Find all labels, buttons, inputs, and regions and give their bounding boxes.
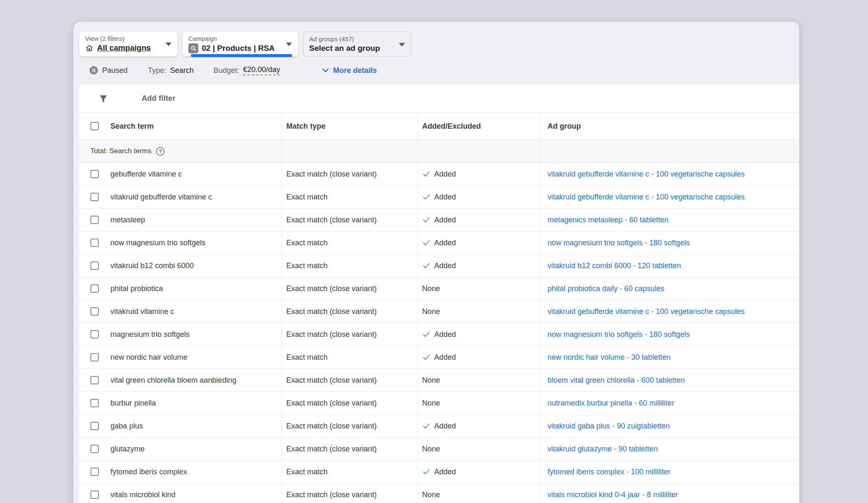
ad-groups-scope-value: Select an ad group [309,44,380,53]
match-type-text: Exact match [286,468,328,476]
ad-group-link[interactable]: now magnesium trio softgels - 180 softge… [548,239,690,247]
match-type-text: Exact match (close variant) [286,376,377,385]
search-term-text: gaba plus [110,422,143,431]
match-type-text: Exact match (close variant) [286,399,377,408]
added-check-icon [422,468,430,476]
chevron-down-icon [399,43,405,47]
ad-group-link[interactable]: fytomed iberis complex - 100 milliliter [548,468,670,476]
added-check-icon [422,353,430,361]
row-checkbox[interactable] [90,193,99,201]
row-checkbox[interactable] [90,399,99,407]
table-row: magnesium trio softgels Exact match (clo… [79,323,799,346]
row-checkbox[interactable] [90,445,99,453]
row-checkbox[interactable] [90,239,99,247]
added-status-text: Added [434,330,456,339]
row-checkbox[interactable] [90,216,99,224]
ad-group-link[interactable]: new nordic hair volume - 30 tabletten [548,353,670,362]
row-checkbox[interactable] [90,353,99,361]
table-row: vitakruid vitamine c Exact match (close … [79,300,799,323]
ad-group-link[interactable]: vitakruid glutazyme - 90 tabletten [548,445,658,453]
table-row: burbur pinella Exact match (close varian… [79,392,799,415]
ad-group-link[interactable]: bloem vital green chlorella - 600 tablet… [548,376,685,385]
table-body: gebufferde vitamine c Exact match (close… [79,163,799,503]
ad-group-link[interactable]: nutramedix burbur pinella - 60 millilite… [548,399,674,408]
ad-group-link[interactable]: phital probiotica daily - 60 capsules [548,284,664,293]
ad-group-link[interactable]: vitakruid b12 combi 6000 - 120 tabletten [548,261,681,270]
added-check-icon [422,193,430,201]
total-label: Total: Search terms [90,147,151,155]
ad-group-link[interactable]: vitakruid gaba plus - 90 zuigtabletten [548,422,670,431]
table-row: new nordic hair volume Exact match Added… [79,346,799,369]
chevron-down-icon [286,42,292,46]
table-row: gebufferde vitamine c Exact match (close… [79,163,799,186]
search-term-text: now magnesium trio softgels [110,239,205,247]
ad-group-link[interactable]: vitals microbiol kind 0-4 jaar - 8 milli… [548,491,678,499]
help-icon[interactable]: ? [156,147,165,156]
row-checkbox[interactable] [90,261,99,270]
ad-group-link[interactable]: vitakruid gebufferde vitamine c - 100 ve… [548,193,745,202]
budget-value[interactable]: €20.00/day [243,65,280,75]
table-row: vitals microbiol kind Exact match (close… [79,483,799,503]
status-badge: Paused [89,66,128,75]
row-checkbox[interactable] [90,307,99,316]
ad-groups-scope-dropdown[interactable]: Ad groups (457) Select an ad group [303,32,411,57]
campaign-scope-dropdown[interactable]: Campaign 02 | Products | RSA [183,32,298,57]
row-checkbox[interactable] [90,170,99,178]
added-status-text: Added [434,239,456,247]
row-checkbox[interactable] [90,468,99,476]
row-checkbox[interactable] [90,422,99,430]
table-row: fytomed iberis complex Exact match Added… [79,461,799,483]
active-tab-indicator [191,54,292,57]
ad-group-link[interactable]: vitakruid gebufferde vitamine c - 100 ve… [548,307,745,316]
budget-label: Budget: [213,66,239,75]
ad-group-link[interactable]: metagenics metasleep - 60 tabletten [548,216,668,224]
match-type-text: Exact match [286,193,328,202]
added-check-icon [422,422,430,430]
added-status-text: Added [434,193,456,202]
column-header-match-type: Match type [282,113,418,139]
ad-groups-scope-label: Ad groups (457) [309,35,405,42]
filter-funnel-icon [98,94,108,104]
table-row: phital probiotica Exact match (close var… [79,277,799,300]
add-filter-label: Add filter [142,94,175,103]
column-header-ad-group: Ad group [540,113,799,139]
added-status-text: None [422,445,440,453]
row-checkbox[interactable] [90,330,99,339]
table-row: vitakruid gebufferde vitamine c Exact ma… [79,186,799,209]
view-scope-dropdown[interactable]: View (2 filters) All campaigns [79,32,178,57]
row-checkbox[interactable] [90,284,99,293]
select-all-checkbox[interactable] [90,122,99,130]
campaign-scope-value: 02 | Products | RSA [202,44,275,53]
search-term-text: vitals microbiol kind [110,491,175,499]
row-checkbox[interactable] [90,491,99,499]
more-details-button[interactable]: More details [322,66,377,75]
table-row: vital green chlorella bloem aanbieding E… [79,369,799,392]
added-status-text: Added [434,422,456,431]
ad-group-link[interactable]: now magnesium trio softgels - 180 softge… [548,330,690,339]
added-status-text: Added [434,353,456,362]
search-term-text: metasleep [110,216,145,224]
match-type-text: Exact match [286,353,328,362]
add-filter-button[interactable]: Add filter [79,85,799,113]
added-status-text: Added [434,170,456,179]
table-row: metasleep Exact match (close variant) Ad… [79,209,799,232]
added-status-text: None [422,399,440,408]
added-status-text: Added [434,261,456,270]
home-icon [85,44,94,52]
campaign-type: Type: Search [148,66,194,75]
added-check-icon [422,170,430,178]
chevron-down-icon [165,42,172,46]
added-check-icon [422,216,430,224]
type-value: Search [170,66,194,75]
status-text: Paused [102,66,128,75]
campaign-overview-card: View (2 filters) All campaigns Campaign … [73,22,799,503]
search-term-text: phital probiotica [110,284,163,293]
row-checkbox[interactable] [90,376,99,384]
ad-group-link[interactable]: vitakruid gebufferde vitamine c - 100 ve… [548,170,745,179]
search-term-text: vitakruid vitamine c [110,307,174,316]
search-campaign-icon [188,43,198,53]
added-status-text: None [422,491,440,499]
match-type-text: Exact match (close variant) [286,491,377,499]
match-type-text: Exact match (close variant) [286,445,377,453]
campaign-budget: Budget: €20.00/day [213,65,280,75]
